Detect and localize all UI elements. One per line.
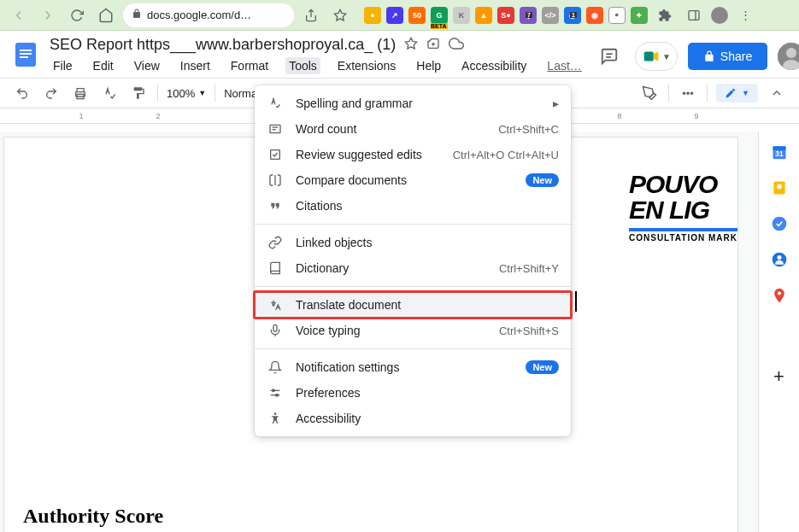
menu-word-count[interactable]: Word count Ctrl+Shift+C xyxy=(255,116,571,142)
menu-accessibility[interactable]: Accessibility xyxy=(458,57,530,74)
zoom-selector[interactable]: 100% ▼ xyxy=(167,87,206,100)
add-on-plus-icon[interactable]: + xyxy=(773,365,784,388)
ext-icon[interactable]: ● xyxy=(364,7,381,24)
menu-format[interactable]: Format xyxy=(227,57,272,74)
menu-extensions[interactable]: Extensions xyxy=(334,57,399,74)
forward-button[interactable] xyxy=(36,3,60,27)
contacts-icon[interactable] xyxy=(771,251,788,268)
document-title[interactable]: SEO Report https___www.barbershoproyal.c… xyxy=(50,36,396,54)
menu-review-edits[interactable]: Review suggested edits Ctrl+Alt+O Ctrl+A… xyxy=(255,142,571,167)
ext-icon[interactable]: S● xyxy=(497,7,514,24)
svg-point-36 xyxy=(276,394,279,396)
extensions-icon[interactable] xyxy=(653,3,677,27)
logo-image: POUVO EN LIG CONSULTATION MARK xyxy=(629,172,737,243)
menu-preferences[interactable]: Preferences xyxy=(255,380,571,406)
heading-authority-score: Authority Score xyxy=(23,505,163,528)
svg-rect-32 xyxy=(273,324,277,331)
home-button[interactable] xyxy=(94,3,118,27)
account-avatar[interactable] xyxy=(778,43,799,70)
svg-marker-8 xyxy=(406,38,417,49)
tools-dropdown: Spelling and grammar ▸ Word count Ctrl+S… xyxy=(255,85,571,436)
menu-spelling-grammar[interactable]: Spelling and grammar ▸ xyxy=(255,91,571,116)
svg-point-26 xyxy=(777,291,780,295)
lock-icon xyxy=(703,50,715,62)
profile-avatar[interactable] xyxy=(711,7,728,24)
svg-rect-6 xyxy=(20,53,32,55)
ext-icon[interactable]: ⚬ xyxy=(608,7,626,24)
ext-icon[interactable]: ◆7 xyxy=(520,7,537,24)
review-icon xyxy=(267,148,284,161)
print-icon[interactable] xyxy=(70,83,91,103)
side-panel-icon[interactable] xyxy=(682,3,706,27)
bell-icon xyxy=(267,360,284,374)
menu-voice-typing[interactable]: Voice typing Ctrl+Shift+S xyxy=(255,318,571,343)
move-icon[interactable] xyxy=(426,37,440,53)
docs-logo-icon[interactable] xyxy=(10,39,41,70)
menu-last-edit[interactable]: Last… xyxy=(543,57,585,74)
tasks-icon[interactable] xyxy=(771,215,788,232)
meet-button[interactable]: ▼ xyxy=(635,42,678,71)
menu-citations[interactable]: Citations xyxy=(255,193,571,219)
spellcheck-icon xyxy=(267,96,284,110)
menu-dictionary[interactable]: Dictionary Ctrl+Shift+Y xyxy=(255,255,571,281)
back-button[interactable] xyxy=(7,3,31,27)
cloud-icon[interactable] xyxy=(449,36,464,54)
menu-accessibility-tools[interactable]: Accessibility xyxy=(255,406,571,431)
collapse-icon[interactable] xyxy=(767,83,787,103)
paint-format-icon[interactable] xyxy=(128,83,149,103)
accessibility-icon xyxy=(267,412,284,425)
ext-icon[interactable]: K xyxy=(453,7,470,24)
browser-menu-icon[interactable]: ⋮ xyxy=(733,3,757,27)
text-cursor xyxy=(575,291,577,312)
preferences-icon xyxy=(267,386,284,400)
menu-edit[interactable]: Edit xyxy=(90,57,117,74)
spellcheck-icon[interactable] xyxy=(99,83,120,103)
redo-icon[interactable] xyxy=(41,83,62,103)
more-icon[interactable]: ••• xyxy=(678,83,698,103)
menu-translate-document[interactable]: Translate document xyxy=(255,292,571,318)
ext-icon[interactable]: GBETA xyxy=(431,7,448,24)
svg-rect-2 xyxy=(689,10,699,20)
lock-icon xyxy=(132,9,142,21)
svg-marker-1 xyxy=(334,9,345,20)
menu-linked-objects[interactable]: Linked objects xyxy=(255,230,571,255)
ext-icon[interactable]: ↗ xyxy=(386,7,403,24)
star-icon[interactable] xyxy=(404,37,418,53)
undo-icon[interactable] xyxy=(12,83,32,103)
svg-text:31: 31 xyxy=(775,149,784,158)
keep-icon[interactable] xyxy=(771,179,788,196)
browser-toolbar: docs.google.com/d… ● ↗ 50 GBETA K ▲ S● ◆… xyxy=(0,0,799,31)
svg-rect-7 xyxy=(20,56,28,58)
menu-tools[interactable]: Tools xyxy=(285,57,320,74)
menu-file[interactable]: File xyxy=(50,57,76,74)
share-label: Share xyxy=(720,50,752,63)
menu-help[interactable]: Help xyxy=(413,57,444,74)
comments-icon[interactable] xyxy=(594,41,625,72)
new-badge: New xyxy=(526,360,559,374)
svg-point-14 xyxy=(786,48,796,58)
calendar-icon[interactable]: 31 xyxy=(771,143,788,161)
highlight-icon[interactable] xyxy=(639,83,660,103)
ext-icon[interactable]: ▲ xyxy=(475,7,492,24)
menu-notification-settings[interactable]: Notification settings New xyxy=(255,354,571,380)
share-button[interactable]: Share xyxy=(688,43,767,70)
reload-button[interactable] xyxy=(65,3,89,27)
side-panel: 31 + xyxy=(758,132,799,532)
svg-point-22 xyxy=(777,184,782,189)
share-url-icon[interactable] xyxy=(299,3,323,27)
address-bar[interactable]: docs.google.com/d… xyxy=(123,3,294,27)
maps-icon[interactable] xyxy=(771,287,788,304)
editing-mode-button[interactable]: ▼ xyxy=(716,84,758,102)
docs-header: SEO Report https___www.barbershoproyal.c… xyxy=(0,31,799,74)
ext-icon[interactable]: 50 xyxy=(408,7,426,24)
dictionary-icon xyxy=(267,261,284,275)
menu-compare-documents[interactable]: Compare documents New xyxy=(255,167,571,193)
menu-view[interactable]: View xyxy=(131,57,163,74)
ext-icon[interactable]: ✦ xyxy=(631,7,648,24)
menu-insert[interactable]: Insert xyxy=(177,57,214,74)
ext-icon[interactable]: ◉ xyxy=(586,7,603,24)
ext-icon[interactable]: ◔1 xyxy=(564,7,581,24)
ext-icon[interactable]: </> xyxy=(542,7,559,24)
bookmark-star-icon[interactable] xyxy=(328,3,352,27)
chevron-right-icon: ▸ xyxy=(553,96,559,110)
